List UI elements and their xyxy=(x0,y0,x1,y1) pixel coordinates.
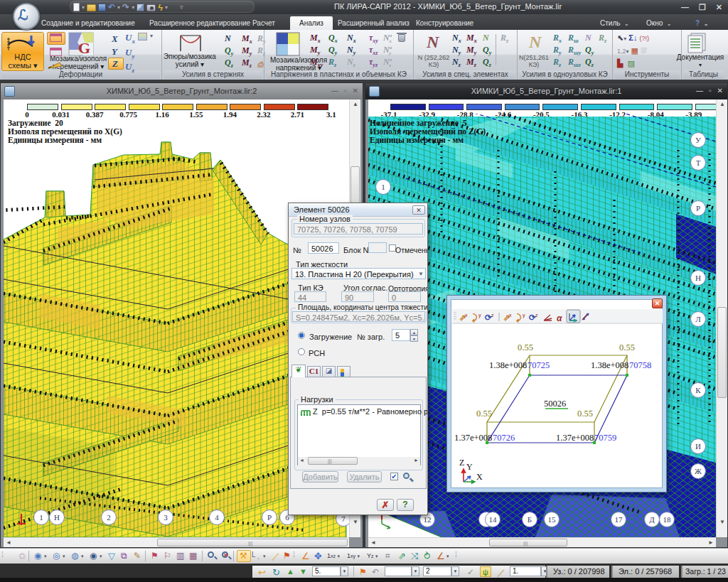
svg-text:Т: Т xyxy=(696,158,701,167)
svg-text:Y: Y xyxy=(466,462,473,472)
svg-text:X: X xyxy=(476,472,483,482)
svg-text:Z: Z xyxy=(459,458,464,468)
svg-text:3: 3 xyxy=(164,513,168,522)
svg-text:4: 4 xyxy=(215,513,219,522)
svg-text:Д: Д xyxy=(649,515,655,524)
svg-text:0.55: 0.55 xyxy=(518,343,533,352)
svg-text:И: И xyxy=(695,442,701,451)
svg-text:1.37e+008: 1.37e+008 xyxy=(556,433,594,443)
svg-text:⤸: ⤸ xyxy=(472,313,477,323)
svg-text:70726: 70726 xyxy=(493,433,515,443)
svg-text:z: z xyxy=(491,313,494,318)
svg-text:α: α xyxy=(557,313,562,323)
svg-text:1.38e+008: 1.38e+008 xyxy=(489,360,527,370)
svg-text:Л: Л xyxy=(695,315,701,323)
svg-text:Н: Н xyxy=(54,513,60,522)
svg-text:y: y xyxy=(523,313,525,318)
svg-text:0.55: 0.55 xyxy=(476,409,492,419)
svg-text:Р: Р xyxy=(696,204,700,212)
svg-text:1: 1 xyxy=(39,513,43,522)
svg-text:z: z xyxy=(535,313,538,318)
svg-text:70759: 70759 xyxy=(594,433,616,443)
svg-text:14: 14 xyxy=(489,515,498,524)
svg-text:1.37e+008: 1.37e+008 xyxy=(454,433,492,443)
svg-text:15: 15 xyxy=(548,515,557,524)
svg-text:0.55: 0.55 xyxy=(577,409,593,419)
svg-text:18: 18 xyxy=(663,515,672,524)
svg-text:7: 7 xyxy=(341,514,346,523)
svg-text:1: 1 xyxy=(381,183,385,191)
svg-text:70758: 70758 xyxy=(629,360,651,370)
svg-text:У: У xyxy=(695,136,701,144)
svg-text:0.55: 0.55 xyxy=(619,343,635,352)
svg-text:17: 17 xyxy=(615,515,623,524)
svg-text:К: К xyxy=(695,386,701,394)
svg-text:12: 12 xyxy=(424,515,432,524)
svg-text:70725: 70725 xyxy=(528,360,550,370)
svg-text:Р: Р xyxy=(267,513,272,522)
svg-text:1.38e+008: 1.38e+008 xyxy=(591,360,628,370)
svg-text:Ж: Ж xyxy=(695,467,702,475)
svg-text:G: G xyxy=(78,39,90,56)
svg-text:50026: 50026 xyxy=(544,399,566,409)
svg-text:x: x xyxy=(509,313,512,318)
svg-text:x: x xyxy=(465,313,468,318)
svg-text:2: 2 xyxy=(107,513,111,522)
svg-text:Н: Н xyxy=(695,274,701,282)
svg-text:⤸: ⤸ xyxy=(516,313,521,323)
svg-text:y: y xyxy=(478,313,481,318)
svg-text:Б: Б xyxy=(528,515,532,524)
